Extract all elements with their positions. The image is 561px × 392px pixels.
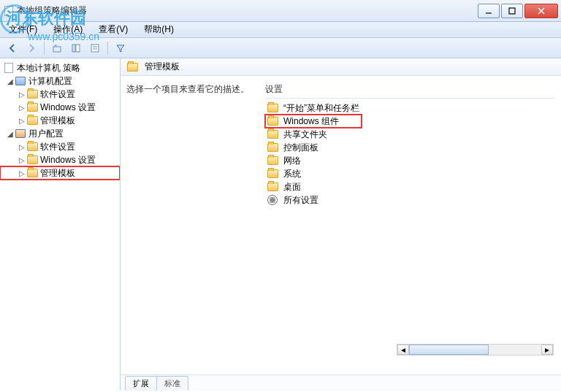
expand-icon[interactable]: ▷ [18, 117, 26, 125]
show-hide-button[interactable] [68, 40, 84, 56]
filter-button[interactable] [112, 40, 129, 56]
expand-icon[interactable]: ▷ [18, 104, 26, 112]
scroll-thumb[interactable] [409, 345, 489, 355]
list-item-windows-components[interactable]: Windows 组件 [265, 115, 362, 128]
folder-icon [267, 129, 278, 139]
window-title: 本地组策略编辑器 [17, 4, 476, 17]
expand-icon[interactable]: ▷ [18, 143, 26, 151]
folder-icon [267, 182, 278, 192]
tree-user-config[interactable]: ◢ 用户配置 [0, 127, 120, 140]
list-item-system[interactable]: 系统 [265, 167, 555, 180]
tree-root[interactable]: 本地计算机 策略 [0, 61, 120, 74]
svg-rect-6 [76, 45, 80, 52]
menu-view[interactable]: 查看(V) [94, 22, 132, 37]
tree-uc-windows[interactable]: ▷ Windows 设置 [0, 153, 120, 166]
description-text: 选择一个项目来查看它的描述。 [126, 83, 258, 96]
titlebar: 本地组策略编辑器 [0, 0, 561, 22]
folder-icon [26, 155, 38, 165]
svg-rect-1 [509, 8, 515, 14]
list-item-control-panel[interactable]: 控制面板 [265, 141, 555, 154]
svg-rect-4 [53, 47, 61, 52]
menu-action[interactable]: 操作(A) [49, 22, 87, 37]
properties-button[interactable] [87, 40, 103, 56]
svg-rect-7 [91, 45, 99, 52]
folder-icon [26, 102, 38, 112]
scroll-left-button[interactable]: ◂ [397, 345, 409, 355]
user-icon [15, 128, 26, 139]
folder-icon [267, 116, 278, 126]
list-item-desktop[interactable]: 桌面 [265, 180, 555, 193]
collapse-icon[interactable]: ◢ [6, 77, 15, 85]
folder-icon [26, 168, 38, 178]
maximize-button[interactable] [501, 4, 523, 18]
tree-uc-admin[interactable]: ▷ 管理模板 [0, 166, 120, 180]
folder-icon [267, 142, 278, 153]
list-item-start-menu[interactable]: “开始”菜单和任务栏 [265, 101, 555, 115]
scroll-right-button[interactable]: ▸ [541, 345, 553, 355]
folder-icon [26, 142, 38, 152]
folder-icon [126, 62, 138, 72]
tree-pane: 本地计算机 策略 ◢ 计算机配置 ▷ 软件设置 ▷ Windows 设置 ▷ 管… [0, 58, 121, 391]
policy-icon [3, 63, 15, 73]
content-header: 管理模板 [121, 58, 561, 76]
settings-column: 设置 “开始”菜单和任务栏 Windows 组件 共享文件夹 控制面板 [265, 83, 555, 372]
tree-uc-software[interactable]: ▷ 软件设置 [0, 140, 120, 153]
computer-icon [15, 76, 26, 86]
folder-icon [267, 155, 278, 166]
tree-root-label: 本地计算机 策略 [17, 62, 80, 74]
back-button[interactable] [4, 40, 20, 56]
tab-extended[interactable]: 扩展 [125, 376, 157, 391]
horizontal-scrollbar[interactable]: ◂ ▸ [397, 344, 554, 356]
folder-icon [267, 169, 278, 179]
settings-icon [267, 195, 278, 205]
tree-cc-admin[interactable]: ▷ 管理模板 [0, 114, 120, 127]
tab-bar: 扩展 标准 [121, 374, 561, 391]
expand-icon[interactable]: ▷ [18, 156, 26, 164]
app-icon [3, 6, 15, 16]
toolbar [0, 38, 561, 58]
tree-cc-windows[interactable]: ▷ Windows 设置 [0, 101, 120, 114]
tab-standard[interactable]: 标准 [156, 376, 188, 391]
menubar: 文件(F) 操作(A) 查看(V) 帮助(H) [0, 22, 561, 38]
svg-rect-5 [72, 45, 75, 52]
close-button[interactable] [524, 4, 558, 18]
folder-icon [267, 103, 278, 113]
expand-icon[interactable]: ▷ [18, 91, 26, 99]
list-item-network[interactable]: 网络 [265, 154, 555, 167]
list-item-shared-folders[interactable]: 共享文件夹 [265, 128, 555, 141]
settings-header: 设置 [265, 83, 555, 99]
folder-icon [26, 89, 38, 99]
up-button[interactable] [49, 40, 65, 56]
content-body: 选择一个项目来查看它的描述。 设置 “开始”菜单和任务栏 Windows 组件 … [121, 76, 561, 374]
menu-file[interactable]: 文件(F) [4, 22, 42, 37]
collapse-icon[interactable]: ◢ [6, 130, 15, 138]
scroll-track[interactable] [409, 345, 541, 355]
main-area: 本地计算机 策略 ◢ 计算机配置 ▷ 软件设置 ▷ Windows 设置 ▷ 管… [0, 58, 561, 391]
expand-icon[interactable]: ▷ [18, 169, 26, 177]
description-column: 选择一个项目来查看它的描述。 [126, 83, 265, 372]
toolbar-sep-2 [107, 42, 108, 55]
content-title: 管理模板 [145, 61, 180, 73]
forward-button[interactable] [23, 40, 39, 56]
tree-computer-config[interactable]: ◢ 计算机配置 [0, 74, 120, 88]
minimize-button[interactable] [478, 4, 500, 18]
list-item-all-settings[interactable]: 所有设置 [265, 193, 555, 207]
menu-help[interactable]: 帮助(H) [140, 22, 178, 37]
folder-icon [26, 115, 38, 126]
toolbar-sep-1 [44, 42, 45, 55]
content-pane: 管理模板 选择一个项目来查看它的描述。 设置 “开始”菜单和任务栏 Window… [121, 58, 561, 391]
tree-cc-software[interactable]: ▷ 软件设置 [0, 88, 120, 101]
